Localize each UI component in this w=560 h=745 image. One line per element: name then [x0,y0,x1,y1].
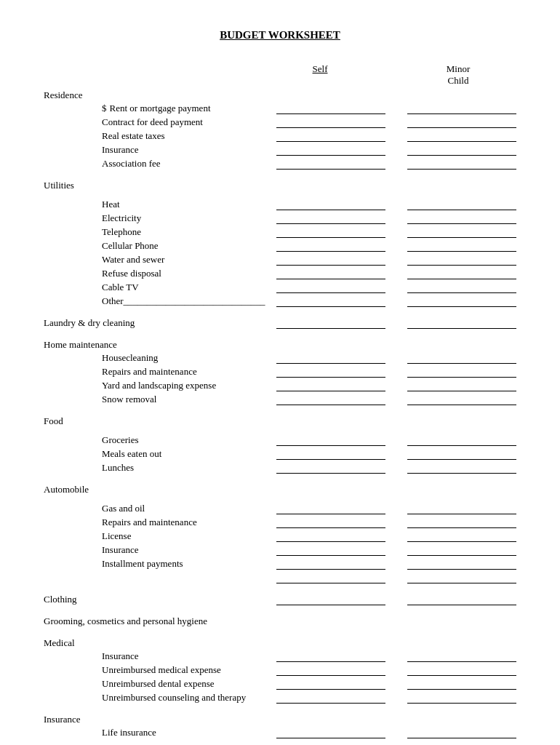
self-input-line[interactable] [276,517,385,528]
minor-input-line[interactable] [407,544,516,556]
self-input-line[interactable] [276,530,385,542]
row-label: Association fee [44,158,276,170]
minor-input-line[interactable] [407,158,516,170]
self-input-line[interactable] [276,158,385,170]
minor-input-line[interactable] [407,394,516,405]
self-input-line[interactable] [276,678,385,690]
self-input-line[interactable] [276,352,385,364]
minor-input-line[interactable] [407,503,516,514]
self-input-line[interactable] [276,394,385,405]
minor-input-line[interactable] [407,650,516,662]
table-row: Electricity [44,212,516,224]
minor-input-line[interactable] [407,199,516,210]
minor-input-line[interactable] [407,434,516,446]
minor-input-line[interactable] [407,664,516,676]
self-input-line[interactable] [276,295,385,307]
self-input-line[interactable] [276,116,385,128]
self-input-line[interactable] [276,282,385,293]
minor-input-line[interactable] [407,317,516,329]
self-input-line[interactable] [276,254,385,266]
section-home-maintenance: Home maintenance Housecleaning Repairs a… [44,339,516,405]
minor-input-line[interactable] [407,558,516,570]
self-input-line[interactable] [276,240,385,252]
row-label: Water and sewer [44,254,276,266]
table-row: Contract for deed payment [44,116,516,128]
row-label: Snow removal [44,394,276,405]
table-row: Cable TV [44,282,516,293]
table-row: Groceries [44,434,516,446]
self-input-line[interactable] [276,727,385,738]
section-label-automobile: Automobile [44,484,516,495]
minor-input-line[interactable] [407,594,516,605]
section-insurance: Insurance Life insurance [44,714,516,738]
self-input-line[interactable] [276,558,385,570]
minor-input-line[interactable] [407,572,516,583]
minor-input-line[interactable] [407,462,516,474]
self-input-line[interactable] [276,268,385,279]
minor-input-line[interactable] [407,727,516,738]
table-row: Unreimbursed counseling and therapy [44,692,516,704]
table-row: Heat [44,199,516,210]
minor-child-column-header: Minor Child [400,63,516,87]
minor-input-line[interactable] [407,517,516,528]
self-input-line[interactable] [276,226,385,238]
self-input-line[interactable] [276,462,385,474]
table-row: Repairs and maintenance [44,366,516,378]
self-input-line[interactable] [276,434,385,446]
minor-input-line[interactable] [407,116,516,128]
self-input-line[interactable] [276,130,385,142]
row-label: Refuse disposal [44,268,276,279]
minor-input-line[interactable] [407,678,516,690]
minor-input-line[interactable] [407,352,516,364]
minor-input-line[interactable] [407,130,516,142]
row-label: Yard and landscaping expense [44,380,276,391]
self-input-line[interactable] [276,650,385,662]
minor-input-line[interactable] [407,268,516,279]
row-label: Insurance [44,650,276,662]
self-input-line[interactable] [276,380,385,391]
self-input-line[interactable] [276,103,385,114]
row-label: Housecleaning [44,352,276,364]
minor-input-line[interactable] [407,366,516,378]
self-input-line[interactable] [276,317,385,329]
self-input-line[interactable] [276,664,385,676]
self-input-line[interactable] [276,212,385,224]
row-label: Cellular Phone [44,240,276,252]
table-row: Insurance [44,544,516,556]
table-row: Life insurance [44,727,516,738]
self-input-line[interactable] [276,144,385,156]
row-label: Repairs and maintenance [44,517,276,528]
section-clothing: Clothing [44,594,516,605]
self-input-line[interactable] [276,692,385,704]
table-row: Snow removal [44,394,516,405]
row-label: Heat [44,199,276,210]
self-input-line[interactable] [276,366,385,378]
self-input-line[interactable] [276,199,385,210]
section-label-medical: Medical [44,637,516,649]
table-row: Insurance [44,144,516,156]
minor-input-line[interactable] [407,254,516,266]
section-label-clothing: Clothing [44,594,276,605]
minor-input-line[interactable] [407,380,516,391]
self-input-line[interactable] [276,503,385,514]
minor-input-line[interactable] [407,692,516,704]
self-input-line[interactable] [276,544,385,556]
minor-input-line[interactable] [407,530,516,542]
self-input-line[interactable] [276,594,385,605]
row-label: Unreimbursed counseling and therapy [44,692,276,704]
minor-input-line[interactable] [407,295,516,307]
minor-input-line[interactable] [407,144,516,156]
self-input-line[interactable] [276,572,385,583]
self-input-line[interactable] [276,448,385,460]
minor-input-line[interactable] [407,282,516,293]
minor-input-line[interactable] [407,103,516,114]
minor-input-line[interactable] [407,448,516,460]
section-automobile: Automobile Gas and oil Repairs and maint… [44,484,516,583]
row-label: Insurance [44,144,276,156]
row-label: Groceries [44,434,276,446]
minor-input-line[interactable] [407,240,516,252]
minor-input-line[interactable] [407,226,516,238]
dollar-sign: $ [102,103,107,114]
page-title: BUDGET WORKSHEET [44,29,516,41]
minor-input-line[interactable] [407,212,516,224]
